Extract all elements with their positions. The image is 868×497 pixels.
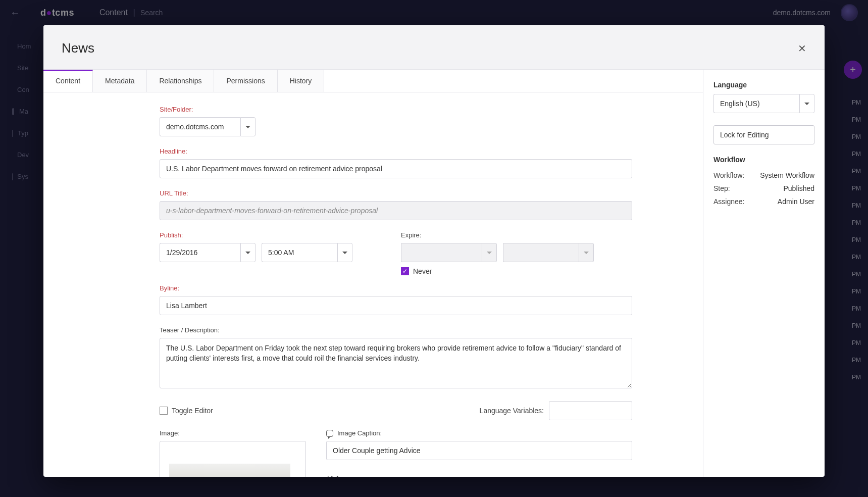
modal-tabs: Content Metadata Relationships Permissio… — [43, 70, 703, 92]
step-key: Step: — [713, 184, 730, 192]
tab-history[interactable]: History — [278, 70, 325, 92]
url-title-input[interactable] — [160, 201, 632, 220]
assignee-value: Admin User — [778, 197, 814, 206]
site-folder-select[interactable] — [160, 117, 240, 136]
tab-content[interactable]: Content — [43, 70, 93, 92]
byline-input[interactable] — [160, 296, 632, 315]
form-area: Site/Folder: Headline: URL Title: — [43, 92, 703, 477]
caption-label: Image Caption: — [337, 429, 382, 437]
modal-header: News ✕ — [43, 25, 825, 70]
never-label: Never — [413, 267, 432, 275]
workflow-heading: Workflow — [713, 156, 814, 164]
expire-time-input[interactable] — [503, 243, 579, 262]
alt-label: Alt Tag: — [326, 474, 632, 477]
workflow-row-step: Step: Published — [713, 182, 814, 195]
edit-content-modal: News ✕ Content Metadata Relationships Pe… — [43, 25, 825, 477]
tab-permissions[interactable]: Permissions — [214, 70, 277, 92]
chevron-down-icon[interactable] — [240, 117, 256, 136]
headline-input[interactable] — [160, 159, 632, 178]
toggle-editor-row[interactable]: Toggle Editor — [160, 407, 213, 415]
modal-title: News — [62, 40, 94, 56]
lock-for-editing-button[interactable]: Lock for Editing — [713, 125, 814, 144]
checkbox-unchecked-icon[interactable] — [160, 407, 168, 415]
workflow-row-assignee: Assignee: Admin User — [713, 195, 814, 208]
lang-vars-input[interactable] — [549, 401, 632, 420]
lang-vars-label: Language Variables: — [480, 407, 544, 415]
chevron-down-icon[interactable] — [337, 243, 352, 262]
byline-label: Byline: — [160, 284, 632, 292]
chevron-down-icon[interactable] — [579, 243, 594, 262]
publish-time-input[interactable] — [262, 243, 337, 262]
workflow-row-workflow: Workflow: System Workflow — [713, 169, 814, 182]
toggle-editor-label: Toggle Editor — [172, 407, 213, 415]
image-picker[interactable] — [160, 441, 306, 477]
workflow-key: Workflow: — [713, 171, 744, 179]
modal-side-panel: Language Lock for Editing Workflow Workf… — [703, 70, 825, 477]
expire-label: Expire: — [401, 231, 632, 239]
step-value: Published — [784, 184, 815, 192]
publish-label: Publish: — [160, 231, 391, 239]
url-title-label: URL Title: — [160, 189, 632, 197]
tab-metadata[interactable]: Metadata — [93, 70, 147, 92]
site-folder-label: Site/Folder: — [160, 106, 632, 113]
publish-date-input[interactable] — [160, 243, 240, 262]
chevron-down-icon[interactable] — [482, 243, 497, 262]
image-label: Image: — [160, 429, 306, 437]
assignee-key: Assignee: — [713, 197, 744, 206]
image-preview — [169, 464, 290, 477]
expire-date-input[interactable] — [401, 243, 482, 262]
workflow-value: System Workflow — [760, 171, 814, 179]
caption-input[interactable] — [326, 441, 632, 460]
expire-never-row[interactable]: ✓ Never — [401, 267, 632, 275]
headline-label: Headline: — [160, 147, 632, 155]
language-select[interactable] — [713, 94, 799, 113]
language-heading: Language — [713, 81, 814, 89]
close-icon[interactable]: ✕ — [798, 42, 806, 55]
teaser-textarea[interactable] — [160, 338, 632, 388]
checkbox-checked-icon[interactable]: ✓ — [401, 267, 409, 275]
chevron-down-icon[interactable] — [240, 243, 256, 262]
chevron-down-icon[interactable] — [799, 94, 814, 113]
teaser-label: Teaser / Description: — [160, 326, 632, 334]
caption-icon — [326, 430, 333, 437]
tab-relationships[interactable]: Relationships — [147, 70, 214, 92]
